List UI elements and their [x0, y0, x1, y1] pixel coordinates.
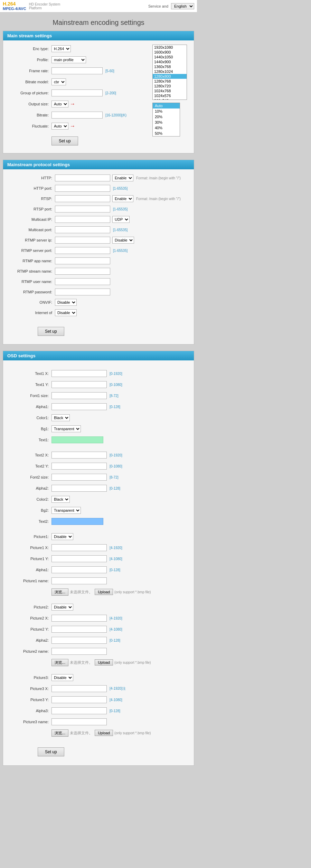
- page-title: Mainstream encoding settings: [0, 12, 197, 31]
- picture2-x-input[interactable]: 12: [51, 615, 107, 622]
- resolution-item[interactable]: 1024x768: [153, 88, 187, 93]
- fluctuate-option[interactable]: 50%: [153, 131, 180, 136]
- fluctuate-option[interactable]: 10%: [153, 108, 180, 114]
- group-input[interactable]: 30: [51, 89, 103, 96]
- frame-rate-input[interactable]: 30: [51, 67, 103, 74]
- bg2-select[interactable]: Transparent: [51, 507, 81, 514]
- osd-setup-button[interactable]: Set up: [38, 747, 64, 756]
- picture1-select[interactable]: Disable: [51, 533, 73, 540]
- picture2-name-input[interactable]: [51, 648, 107, 655]
- fluctuate-option[interactable]: 30%: [153, 120, 180, 125]
- resolution-panel: 1920x10801600x9001440x10501440x9001360x7…: [152, 45, 187, 148]
- resolution-item[interactable]: 1440x1050: [153, 55, 187, 59]
- resolution-item[interactable]: 1360x768: [153, 64, 187, 69]
- picture3-name-input[interactable]: [51, 718, 107, 725]
- fluctuate-select[interactable]: Auto: [51, 123, 68, 130]
- resolution-item[interactable]: 1920x1080: [153, 45, 187, 50]
- picture2-y-label: Picture2 Y:: [10, 627, 51, 631]
- resolution-item[interactable]: 1440x900: [153, 59, 187, 64]
- protocol-setup-button[interactable]: Set up: [38, 327, 64, 336]
- language-select[interactable]: English: [171, 3, 194, 9]
- resolution-item[interactable]: 1280x800: [153, 74, 187, 79]
- picture3-y-input[interactable]: 12: [51, 696, 107, 703]
- picture2-name-row: Picture2 name:: [10, 647, 187, 655]
- multicast-port-input[interactable]: 1234: [55, 226, 110, 233]
- text2-x-row: Text2 X: [0-1920]: [10, 451, 187, 459]
- rtsp-input[interactable]: /man: [55, 195, 110, 202]
- picture2-select[interactable]: Disable: [51, 604, 73, 611]
- bitrate-model-select[interactable]: cbr: [51, 78, 66, 85]
- bitrate-input[interactable]: 2048: [51, 112, 103, 119]
- alpha1-input[interactable]: 128: [51, 403, 107, 410]
- bitrate-model-label: Bitrate model:: [10, 80, 51, 84]
- header-right: Service and English: [148, 3, 194, 9]
- color2-select[interactable]: Black: [51, 496, 70, 503]
- alpha-p3-input[interactable]: 128: [51, 707, 107, 714]
- text1-x-input[interactable]: 550: [51, 370, 107, 377]
- text2-x-input[interactable]: [51, 452, 107, 459]
- rtmp-server-select[interactable]: Disable: [112, 237, 134, 244]
- bg1-select[interactable]: Transparent: [51, 425, 81, 432]
- picture1-y-input[interactable]: 12: [51, 555, 107, 562]
- onvif-select[interactable]: Disable: [55, 299, 77, 306]
- picture1-name-input[interactable]: [51, 577, 107, 584]
- picture3-select[interactable]: Disable: [51, 674, 73, 681]
- resolution-list[interactable]: 1920x10801600x9001440x10501440x9001360x7…: [152, 45, 187, 100]
- fluctuate-option[interactable]: 20%: [153, 114, 180, 120]
- resolution-item[interactable]: 1280x768: [153, 79, 187, 84]
- picture3-x-row: Picture3 X: 12 [4-1920]注: [10, 685, 187, 693]
- rtmp-pass-row: RTMP password:: [10, 288, 187, 296]
- upload3-upload-button[interactable]: Upload: [95, 730, 113, 736]
- picture1-x-input[interactable]: 12: [51, 544, 107, 551]
- picture2-y-input[interactable]: 12: [51, 626, 107, 633]
- output-size-select[interactable]: Auto: [51, 101, 68, 107]
- picture3-y-label: Picture3 Y:: [10, 698, 51, 702]
- http-enable-select[interactable]: Enable: [112, 174, 133, 181]
- font1-size-input[interactable]: 72: [51, 392, 107, 399]
- rtmp-user-input[interactable]: [55, 278, 110, 285]
- alpha2-input[interactable]: [51, 485, 107, 492]
- resolution-item[interactable]: 1024x576: [153, 93, 187, 98]
- rtsp-enable-select[interactable]: Enable: [112, 195, 133, 202]
- rtmp-app-input[interactable]: live: [55, 257, 110, 264]
- http-input[interactable]: /man: [55, 174, 110, 181]
- http-port-input[interactable]: 8000: [55, 185, 110, 192]
- upload1-browse-button[interactable]: 浏览...: [51, 588, 68, 596]
- logo-h264: H.264: [3, 1, 26, 7]
- upload1-upload-button[interactable]: Upload: [95, 589, 113, 595]
- rtsp-label: RTSP:: [10, 197, 55, 201]
- resolution-item[interactable]: 960x540: [153, 98, 187, 100]
- text1-y-input[interactable]: 100: [51, 381, 107, 388]
- rtmp-pass-input[interactable]: [55, 289, 110, 295]
- fluctuate-dropdown[interactable]: Auto10%20%30%40%50%: [152, 103, 180, 136]
- profile-select[interactable]: main profile: [51, 56, 86, 63]
- multicast-proto-select[interactable]: UDP: [112, 216, 130, 223]
- color1-select[interactable]: Black: [51, 414, 70, 421]
- resolution-item[interactable]: 1280x1024: [153, 69, 187, 74]
- text2-y-input[interactable]: [51, 463, 107, 470]
- resolution-item[interactable]: 1600x900: [153, 50, 187, 55]
- alpha2-label: Alpha2:: [10, 486, 51, 490]
- enc-type-select[interactable]: H.264: [51, 45, 71, 52]
- bg1-row: Bg1: Transparent: [10, 425, 187, 433]
- internet-select[interactable]: Disable: [55, 309, 77, 316]
- rtmp-stream-input[interactable]: main: [55, 268, 110, 275]
- upload2-browse-button[interactable]: 浏览...: [51, 659, 68, 666]
- fluctuate-option[interactable]: Auto: [153, 103, 180, 108]
- rtsp-port-input[interactable]: 554: [55, 206, 110, 213]
- multicast-ip-input[interactable]: 232.255.42.42: [55, 216, 110, 223]
- fluctuate-option[interactable]: 40%: [153, 125, 180, 131]
- picture2-y-row: Picture2 Y: 12 [4-1080]: [10, 625, 187, 633]
- resolution-item[interactable]: 1280x720: [153, 84, 187, 88]
- upload2-upload-button[interactable]: Upload: [95, 659, 113, 666]
- upload3-browse-button[interactable]: 浏览...: [51, 729, 68, 737]
- rtmp-server-input[interactable]: 192.168.0.4: [55, 237, 110, 244]
- main-stream-setup-button[interactable]: Set up: [51, 136, 78, 145]
- rtmp-stream-row: RTMP stream name: main: [10, 267, 187, 275]
- alpha-p1-input[interactable]: 128: [51, 566, 107, 573]
- font2-size-input[interactable]: [51, 474, 107, 481]
- text2-x-label: Text2 X:: [10, 453, 51, 457]
- picture3-x-input[interactable]: 12: [51, 685, 107, 692]
- alpha-p2-input[interactable]: 128: [51, 637, 107, 644]
- rtmp-server-port-input[interactable]: 1935: [55, 247, 110, 254]
